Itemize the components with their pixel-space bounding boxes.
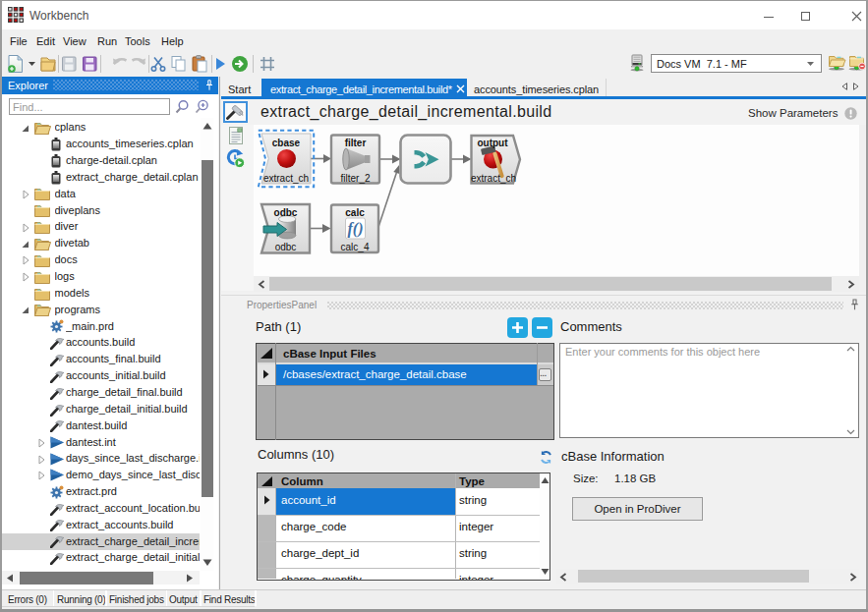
svg-text:calc: calc — [345, 207, 365, 218]
svg-text:odbc: odbc — [274, 207, 298, 218]
svg-text:extract_ch: extract_ch — [263, 173, 309, 184]
svg-text:output: output — [477, 138, 508, 148]
svg-text:cbase: cbase — [272, 138, 301, 148]
svg-text:filter_2: filter_2 — [340, 173, 370, 184]
svg-text:extract_ch: extract_ch — [471, 173, 516, 184]
svg-text:f(): f() — [348, 220, 364, 238]
svg-text:filter: filter — [345, 138, 367, 148]
svg-text:odbc: odbc — [275, 242, 297, 252]
svg-text:calc_4: calc_4 — [341, 242, 370, 252]
